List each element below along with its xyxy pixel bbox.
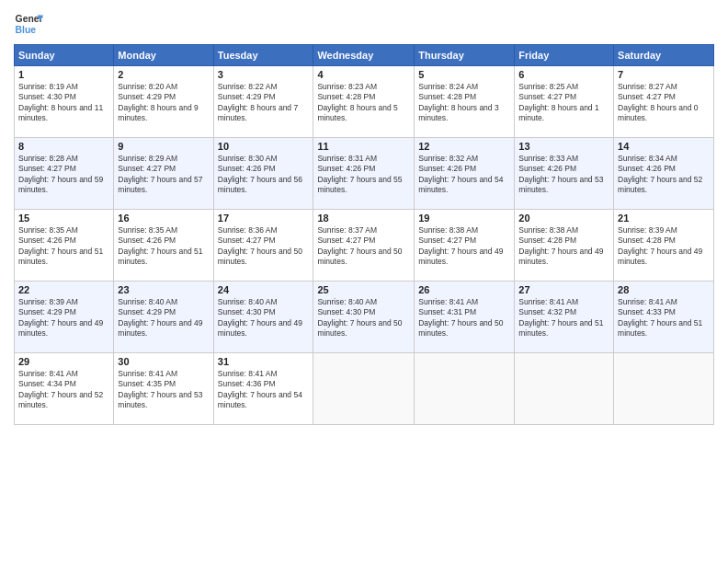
calendar-week-row: 8 Sunrise: 8:28 AMSunset: 4:27 PMDayligh…	[15, 138, 714, 210]
day-number: 6	[518, 69, 609, 80]
day-detail: Sunrise: 8:39 AMSunset: 4:28 PMDaylight:…	[618, 225, 702, 266]
calendar-day-cell: 1 Sunrise: 8:19 AMSunset: 4:30 PMDayligh…	[15, 66, 114, 138]
calendar-day-cell: 10 Sunrise: 8:30 AMSunset: 4:26 PMDaylig…	[213, 138, 313, 210]
day-number: 20	[518, 213, 609, 224]
day-detail: Sunrise: 8:37 AMSunset: 4:27 PMDaylight:…	[317, 225, 402, 266]
weekday-header: Monday	[114, 45, 213, 66]
weekday-header: Saturday	[614, 45, 714, 66]
day-number: 23	[118, 284, 209, 295]
page: General Blue SundayMondayTuesdayWednesda…	[0, 0, 728, 563]
calendar-header-row: SundayMondayTuesdayWednesdayThursdayFrid…	[15, 45, 714, 66]
day-detail: Sunrise: 8:19 AMSunset: 4:30 PMDaylight:…	[18, 82, 103, 122]
calendar-week-row: 29 Sunrise: 8:41 AMSunset: 4:34 PMDaylig…	[15, 353, 714, 425]
day-number: 17	[218, 213, 310, 224]
day-number: 7	[618, 69, 710, 80]
calendar-day-cell: 21 Sunrise: 8:39 AMSunset: 4:28 PMDaylig…	[614, 210, 714, 282]
day-number: 26	[418, 284, 510, 295]
calendar-day-cell: 17 Sunrise: 8:36 AMSunset: 4:27 PMDaylig…	[213, 210, 313, 282]
day-detail: Sunrise: 8:41 AMSunset: 4:33 PMDaylight:…	[618, 297, 702, 338]
weekday-header: Wednesday	[313, 45, 415, 66]
day-number: 27	[518, 284, 609, 295]
calendar-week-row: 22 Sunrise: 8:39 AMSunset: 4:29 PMDaylig…	[15, 282, 714, 353]
day-number: 24	[218, 284, 310, 295]
day-detail: Sunrise: 8:33 AMSunset: 4:26 PMDaylight:…	[518, 154, 603, 194]
day-detail: Sunrise: 8:40 AMSunset: 4:30 PMDaylight:…	[317, 297, 402, 338]
day-detail: Sunrise: 8:34 AMSunset: 4:26 PMDaylight:…	[618, 154, 702, 194]
svg-text:Blue: Blue	[16, 25, 37, 35]
day-number: 16	[118, 213, 209, 224]
day-number: 9	[118, 141, 209, 152]
calendar-table: SundayMondayTuesdayWednesdayThursdayFrid…	[14, 44, 714, 425]
day-number: 18	[317, 213, 410, 224]
calendar-day-cell: 26 Sunrise: 8:41 AMSunset: 4:31 PMDaylig…	[415, 282, 515, 353]
day-detail: Sunrise: 8:38 AMSunset: 4:28 PMDaylight:…	[518, 225, 603, 266]
day-detail: Sunrise: 8:35 AMSunset: 4:26 PMDaylight:…	[118, 225, 202, 266]
calendar-day-cell: 7 Sunrise: 8:27 AMSunset: 4:27 PMDayligh…	[614, 66, 714, 138]
day-detail: Sunrise: 8:41 AMSunset: 4:31 PMDaylight:…	[418, 297, 503, 338]
day-detail: Sunrise: 8:29 AMSunset: 4:27 PMDaylight:…	[118, 154, 202, 194]
calendar-day-cell: 16 Sunrise: 8:35 AMSunset: 4:26 PMDaylig…	[114, 210, 213, 282]
day-number: 28	[618, 284, 710, 295]
calendar-day-cell: 8 Sunrise: 8:28 AMSunset: 4:27 PMDayligh…	[15, 138, 114, 210]
calendar-day-cell	[415, 353, 515, 425]
day-number: 11	[317, 141, 410, 152]
day-detail: Sunrise: 8:39 AMSunset: 4:29 PMDaylight:…	[18, 297, 103, 338]
day-detail: Sunrise: 8:28 AMSunset: 4:27 PMDaylight:…	[18, 154, 103, 194]
calendar-day-cell: 28 Sunrise: 8:41 AMSunset: 4:33 PMDaylig…	[614, 282, 714, 353]
calendar-day-cell: 29 Sunrise: 8:41 AMSunset: 4:34 PMDaylig…	[15, 353, 114, 425]
weekday-header: Thursday	[415, 45, 515, 66]
calendar-day-cell: 13 Sunrise: 8:33 AMSunset: 4:26 PMDaylig…	[515, 138, 614, 210]
day-detail: Sunrise: 8:24 AMSunset: 4:28 PMDaylight:…	[418, 82, 498, 122]
day-detail: Sunrise: 8:38 AMSunset: 4:27 PMDaylight:…	[418, 225, 503, 266]
day-number: 14	[618, 141, 710, 152]
weekday-header: Tuesday	[213, 45, 313, 66]
calendar-day-cell: 20 Sunrise: 8:38 AMSunset: 4:28 PMDaylig…	[515, 210, 614, 282]
calendar-week-row: 15 Sunrise: 8:35 AMSunset: 4:26 PMDaylig…	[15, 210, 714, 282]
logo: General Blue	[14, 9, 43, 39]
calendar-day-cell: 18 Sunrise: 8:37 AMSunset: 4:27 PMDaylig…	[313, 210, 415, 282]
day-number: 30	[118, 356, 209, 367]
calendar-day-cell: 2 Sunrise: 8:20 AMSunset: 4:29 PMDayligh…	[114, 66, 213, 138]
day-detail: Sunrise: 8:36 AMSunset: 4:27 PMDaylight:…	[218, 225, 302, 266]
header: General Blue	[14, 9, 714, 39]
day-number: 2	[118, 69, 209, 80]
day-detail: Sunrise: 8:30 AMSunset: 4:26 PMDaylight:…	[218, 154, 302, 194]
calendar-day-cell: 6 Sunrise: 8:25 AMSunset: 4:27 PMDayligh…	[515, 66, 614, 138]
logo-icon: General Blue	[14, 9, 43, 39]
calendar-day-cell: 11 Sunrise: 8:31 AMSunset: 4:26 PMDaylig…	[313, 138, 415, 210]
calendar-day-cell: 15 Sunrise: 8:35 AMSunset: 4:26 PMDaylig…	[15, 210, 114, 282]
weekday-header: Friday	[515, 45, 614, 66]
day-detail: Sunrise: 8:40 AMSunset: 4:29 PMDaylight:…	[118, 297, 202, 338]
day-detail: Sunrise: 8:27 AMSunset: 4:27 PMDaylight:…	[618, 82, 698, 122]
calendar-day-cell: 22 Sunrise: 8:39 AMSunset: 4:29 PMDaylig…	[15, 282, 114, 353]
calendar-day-cell: 14 Sunrise: 8:34 AMSunset: 4:26 PMDaylig…	[614, 138, 714, 210]
day-number: 19	[418, 213, 510, 224]
calendar-day-cell: 27 Sunrise: 8:41 AMSunset: 4:32 PMDaylig…	[515, 282, 614, 353]
day-detail: Sunrise: 8:40 AMSunset: 4:30 PMDaylight:…	[218, 297, 302, 338]
day-number: 5	[418, 69, 510, 80]
calendar-day-cell: 4 Sunrise: 8:23 AMSunset: 4:28 PMDayligh…	[313, 66, 415, 138]
day-number: 3	[218, 69, 310, 80]
day-number: 22	[18, 284, 109, 295]
calendar-day-cell: 5 Sunrise: 8:24 AMSunset: 4:28 PMDayligh…	[415, 66, 515, 138]
day-detail: Sunrise: 8:20 AMSunset: 4:29 PMDaylight:…	[118, 82, 198, 122]
day-number: 13	[518, 141, 609, 152]
day-number: 31	[218, 356, 310, 367]
day-detail: Sunrise: 8:41 AMSunset: 4:34 PMDaylight:…	[18, 369, 103, 409]
day-detail: Sunrise: 8:25 AMSunset: 4:27 PMDaylight:…	[518, 82, 598, 122]
calendar-day-cell: 30 Sunrise: 8:41 AMSunset: 4:35 PMDaylig…	[114, 353, 213, 425]
calendar-week-row: 1 Sunrise: 8:19 AMSunset: 4:30 PMDayligh…	[15, 66, 714, 138]
calendar-day-cell	[515, 353, 614, 425]
day-number: 21	[618, 213, 710, 224]
day-number: 29	[18, 356, 109, 367]
day-number: 4	[317, 69, 410, 80]
day-detail: Sunrise: 8:22 AMSunset: 4:29 PMDaylight:…	[218, 82, 298, 122]
calendar-day-cell: 23 Sunrise: 8:40 AMSunset: 4:29 PMDaylig…	[114, 282, 213, 353]
calendar-day-cell: 3 Sunrise: 8:22 AMSunset: 4:29 PMDayligh…	[213, 66, 313, 138]
calendar-day-cell: 25 Sunrise: 8:40 AMSunset: 4:30 PMDaylig…	[313, 282, 415, 353]
day-number: 25	[317, 284, 410, 295]
day-detail: Sunrise: 8:41 AMSunset: 4:32 PMDaylight:…	[518, 297, 603, 338]
calendar-day-cell: 9 Sunrise: 8:29 AMSunset: 4:27 PMDayligh…	[114, 138, 213, 210]
calendar-day-cell: 12 Sunrise: 8:32 AMSunset: 4:26 PMDaylig…	[415, 138, 515, 210]
day-detail: Sunrise: 8:23 AMSunset: 4:28 PMDaylight:…	[317, 82, 397, 122]
